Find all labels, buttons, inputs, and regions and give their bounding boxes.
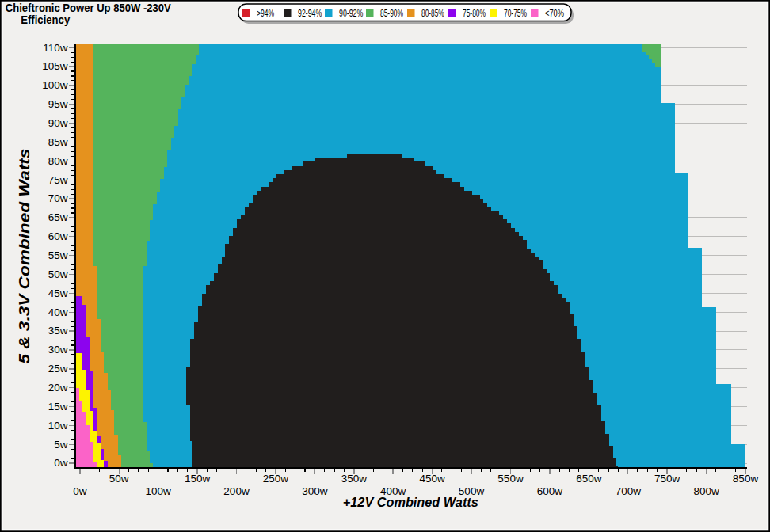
svg-text:250w: 250w bbox=[263, 473, 289, 484]
svg-text:200w: 200w bbox=[223, 485, 250, 497]
svg-text:85w: 85w bbox=[48, 136, 68, 148]
svg-text:600w: 600w bbox=[537, 485, 563, 497]
svg-text:75-80%: 75-80% bbox=[463, 8, 486, 19]
svg-text:100w: 100w bbox=[146, 485, 172, 497]
svg-text:90w: 90w bbox=[48, 117, 68, 129]
svg-text:25w: 25w bbox=[48, 363, 68, 374]
svg-text:70-75%: 70-75% bbox=[504, 8, 527, 19]
svg-text:150w: 150w bbox=[185, 473, 211, 484]
svg-text:5w: 5w bbox=[54, 439, 68, 450]
svg-text:80w: 80w bbox=[48, 155, 68, 167]
svg-text:75w: 75w bbox=[48, 174, 68, 186]
svg-text:100w: 100w bbox=[42, 79, 68, 91]
svg-text:300w: 300w bbox=[302, 485, 328, 497]
svg-text:50w: 50w bbox=[109, 473, 129, 484]
svg-text:>94%: >94% bbox=[257, 8, 274, 19]
svg-text:45w: 45w bbox=[48, 287, 68, 299]
svg-text:+12V Combined Watts: +12V Combined Watts bbox=[343, 495, 478, 510]
svg-text:85-90%: 85-90% bbox=[380, 8, 403, 19]
svg-text:850w: 850w bbox=[733, 473, 759, 484]
svg-text:Efficiency: Efficiency bbox=[21, 13, 70, 26]
svg-text:750w: 750w bbox=[654, 473, 680, 484]
svg-text:30w: 30w bbox=[48, 344, 68, 355]
svg-text:35w: 35w bbox=[48, 325, 68, 336]
svg-text:0w: 0w bbox=[73, 485, 87, 497]
svg-text:80-85%: 80-85% bbox=[421, 8, 444, 19]
svg-text:50w: 50w bbox=[48, 268, 68, 280]
svg-text:92-94%: 92-94% bbox=[298, 8, 322, 19]
svg-text:5 & 3.3V Combined Watts: 5 & 3.3V Combined Watts bbox=[17, 149, 33, 364]
svg-text:0w: 0w bbox=[54, 457, 68, 469]
svg-text:650w: 650w bbox=[576, 473, 602, 484]
svg-text:550w: 550w bbox=[497, 473, 524, 484]
svg-text:<70%: <70% bbox=[545, 8, 564, 19]
svg-text:700w: 700w bbox=[616, 485, 642, 497]
svg-text:15w: 15w bbox=[48, 401, 68, 412]
svg-text:60w: 60w bbox=[48, 230, 68, 242]
svg-text:65w: 65w bbox=[48, 211, 68, 223]
svg-text:800w: 800w bbox=[693, 485, 719, 497]
svg-text:95w: 95w bbox=[48, 98, 68, 110]
svg-text:70w: 70w bbox=[48, 192, 68, 204]
svg-text:110w: 110w bbox=[43, 42, 68, 54]
svg-text:20w: 20w bbox=[48, 382, 68, 393]
svg-text:350w: 350w bbox=[341, 473, 368, 484]
svg-text:40w: 40w bbox=[48, 306, 68, 318]
svg-text:55w: 55w bbox=[48, 249, 68, 261]
svg-text:10w: 10w bbox=[48, 420, 68, 431]
svg-text:90-92%: 90-92% bbox=[339, 8, 364, 19]
svg-text:450w: 450w bbox=[419, 473, 445, 484]
svg-text:105w: 105w bbox=[42, 60, 68, 72]
